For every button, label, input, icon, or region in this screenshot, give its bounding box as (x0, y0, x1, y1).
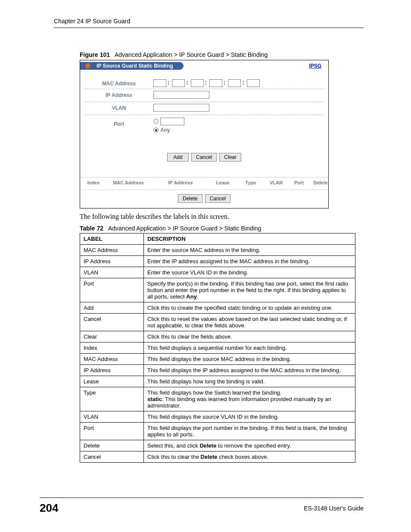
cell-label: VLAN (80, 411, 144, 423)
chapter-title: Chapter 24 IP Source Guard (54, 18, 130, 25)
th-desc: DESCRIPTION (144, 233, 355, 245)
cell-label: Clear (80, 331, 144, 342)
cell-desc: This field displays how long the binding… (144, 376, 355, 387)
mac-input-2[interactable] (172, 79, 185, 87)
port-label: Port (84, 117, 153, 127)
port-radio-specific[interactable] (153, 119, 159, 124)
cell-desc: This field displays the port number in t… (144, 423, 355, 440)
table-row: MAC AddressThis field displays the sourc… (80, 354, 355, 365)
form-row-mac: MAC Address : : : : : (84, 78, 324, 89)
cell-desc: Click this to reset the values above bas… (144, 314, 355, 331)
port-radio-any[interactable] (153, 128, 159, 133)
cell-desc: Enter the source VLAN ID in the binding. (144, 267, 355, 278)
form-row-ip: IP Address (84, 89, 324, 102)
cell-desc: This field displays a sequential number … (144, 342, 355, 354)
cell-label: IP Address (80, 256, 144, 267)
figure-number: Figure 101 (80, 51, 110, 58)
button-row-lower: Delete Cancel (80, 190, 328, 208)
cell-label: Delete (80, 440, 144, 451)
cell-desc: Click this to clear the Delete check box… (144, 451, 355, 463)
table-number: Table 72 (80, 225, 103, 232)
delete-button[interactable]: Delete (178, 194, 202, 203)
button-row-upper: Add Cancel Clear (80, 140, 328, 177)
col-index: Index (84, 180, 103, 185)
cell-label: Port (80, 278, 144, 302)
cell-label: Port (80, 423, 144, 440)
cell-desc: Select this, and click Delete to remove … (144, 440, 355, 451)
cancel-button[interactable]: Cancel (191, 153, 217, 162)
form-row-port: Port Any (84, 115, 324, 136)
vlan-input[interactable] (153, 104, 209, 112)
col-type: Type (238, 180, 264, 185)
panel-title: IP Source Guard Static Binding (97, 63, 173, 69)
grid-header: Index MAC Address IP Address Lease Type … (80, 177, 328, 190)
table-row: CancelClick this to clear the Delete che… (80, 451, 355, 463)
form-area: MAC Address : : : : : IP Address VLAN (80, 72, 328, 140)
table-title: Advanced Application > IP Source Guard >… (108, 225, 261, 232)
table-row: VLANEnter the source VLAN ID in the bind… (80, 267, 355, 278)
mac-input-3[interactable] (191, 79, 204, 87)
mac-input-4[interactable] (209, 79, 222, 87)
table-row: ClearClick this to clear the fields abov… (80, 331, 355, 342)
cell-desc: Enter the source MAC address in the bind… (144, 245, 355, 256)
guide-name: ES-3148 User's Guide (304, 505, 364, 512)
cell-desc: Specify the port(s) in the binding. If t… (144, 278, 355, 302)
ipsg-link[interactable]: IPSG (309, 63, 321, 69)
table-row: CancelClick this to reset the values abo… (80, 314, 355, 331)
cell-label: IP Address (80, 365, 144, 376)
body-text: The following table describes the labels… (80, 213, 364, 221)
col-delete: Delete (309, 180, 332, 185)
col-lease: Lease (208, 180, 238, 185)
mac-field: : : : : : (153, 79, 324, 87)
cell-label: VLAN (80, 267, 144, 278)
col-ip: IP Address (153, 180, 208, 185)
cell-label: Lease (80, 376, 144, 387)
cell-desc: Click this to clear the fields above. (144, 331, 355, 342)
cancel-button-2[interactable]: Cancel (205, 194, 230, 203)
table-row: IP AddressThis field displays the IP add… (80, 365, 355, 376)
table-row: IndexThis field displays a sequential nu… (80, 342, 355, 354)
table-row: DeleteSelect this, and click Delete to r… (80, 440, 355, 451)
cell-label: Type (80, 387, 144, 411)
cell-label: Cancel (80, 314, 144, 331)
cell-label: MAC Address (80, 245, 144, 256)
cell-label: MAC Address (80, 354, 144, 365)
cell-desc: This field displays the source VLAN ID i… (144, 411, 355, 423)
header-rule: Chapter 24 IP Source Guard (54, 17, 364, 28)
footer: 204 ES-3148 User's Guide (40, 498, 364, 515)
cell-desc: This field displays the IP address assig… (144, 365, 355, 376)
cell-label: Index (80, 342, 144, 354)
mac-input-5[interactable] (228, 79, 241, 87)
cell-desc: This field displays how the Switch learn… (144, 387, 355, 411)
col-vlan: VLAN (264, 180, 289, 185)
table-row: IP AddressEnter the IP address assigned … (80, 256, 355, 267)
figure-title: Advanced Application > IP Source Guard >… (115, 51, 268, 58)
table-row: PortThis field displays the port number … (80, 423, 355, 440)
figure-caption: Figure 101 Advanced Application > IP Sou… (80, 51, 364, 58)
col-mac: MAC Address (103, 180, 153, 185)
mac-label: MAC Address (84, 79, 153, 87)
clear-button[interactable]: Clear (219, 153, 241, 162)
table-row: MAC AddressEnter the source MAC address … (80, 245, 355, 256)
col-port: Port (289, 180, 309, 185)
port-input[interactable] (160, 118, 184, 125)
cell-desc: This field displays the source MAC addre… (144, 354, 355, 365)
table-row: VLANThis field displays the source VLAN … (80, 411, 355, 423)
cell-desc: Click this to create the specified stati… (144, 302, 355, 314)
cell-desc: Enter the IP address assigned to the MAC… (144, 256, 355, 267)
form-row-vlan: VLAN (84, 102, 324, 115)
th-label: LABEL (80, 233, 144, 245)
mac-input-6[interactable] (247, 79, 260, 87)
page-container: Chapter 24 IP Source Guard Figure 101 Ad… (0, 0, 411, 532)
cell-label: Add (80, 302, 144, 314)
table-row: LeaseThis field displays how long the bi… (80, 376, 355, 387)
table-row: AddClick this to create the specified st… (80, 302, 355, 314)
cell-label: Cancel (80, 451, 144, 463)
mac-input-1[interactable] (153, 79, 166, 87)
page-number: 204 (40, 501, 58, 515)
description-table: LABEL DESCRIPTION MAC AddressEnter the s… (80, 233, 355, 463)
add-button[interactable]: Add (167, 153, 189, 162)
ip-input[interactable] (153, 91, 209, 99)
table-row: TypeThis field displays how the Switch l… (80, 387, 355, 411)
panel-dot-icon (84, 62, 91, 69)
